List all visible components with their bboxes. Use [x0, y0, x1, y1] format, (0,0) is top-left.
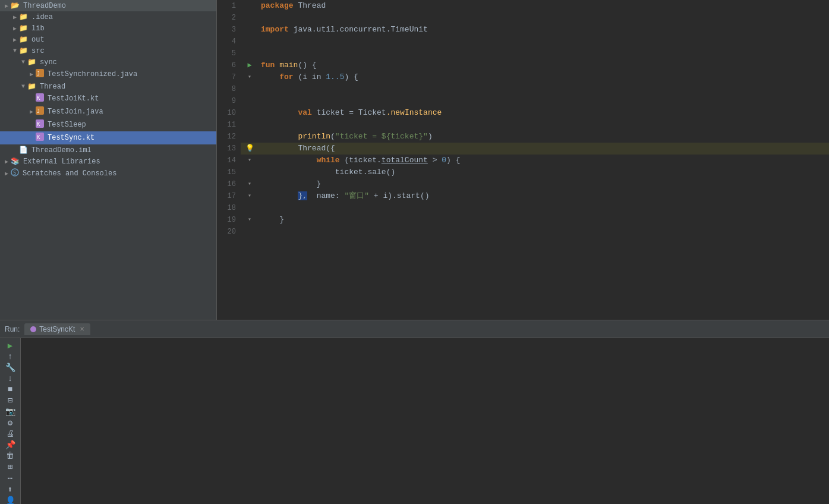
- tree-arrow-icon[interactable]: ▶: [2, 158, 11, 165]
- line-content: [259, 36, 829, 48]
- code-line-14: 14▾ while (ticket.totalCount > 0) {: [217, 155, 829, 166]
- tree-item-label: TestSync.kt: [48, 134, 94, 142]
- run-panel: Run: TestSyncKt ✕ ▶↑🔧↓■⊟📷⚙🖨📌🗑⊞⋯⬆👤★: [0, 320, 829, 504]
- code-line-7: 7▾ for (i in 1..5) {: [217, 71, 829, 83]
- line-number: 8: [217, 83, 241, 95]
- library-icon: 📚: [11, 157, 20, 166]
- sidebar-item-thread-folder[interactable]: ▼📁Thread: [0, 81, 216, 92]
- svg-text:K: K: [37, 121, 40, 127]
- line-gutter: [241, 107, 259, 119]
- folder-icon: 📁: [19, 24, 28, 33]
- tree-arrow-icon[interactable]: ▶: [27, 71, 36, 78]
- run-label: Run:: [5, 325, 20, 333]
- line-number: 1: [217, 0, 241, 12]
- sidebar-item-sync[interactable]: ▼📁sync: [0, 56, 216, 68]
- kt-file-icon: K: [36, 133, 44, 143]
- fold-arrow-icon[interactable]: ▾: [248, 214, 251, 226]
- code-line-9: 9: [217, 95, 829, 107]
- tree-arrow-icon[interactable]: ▶: [2, 2, 11, 10]
- tree-arrow-icon[interactable]: ▶: [11, 25, 19, 32]
- line-gutter: ▾: [241, 71, 259, 83]
- run-button[interactable]: ▶: [2, 341, 18, 351]
- line-content: ticket.sale(): [259, 166, 829, 178]
- code-line-2: 2: [217, 12, 829, 24]
- line-gutter: [241, 0, 259, 12]
- line-content: [259, 119, 829, 131]
- svg-text:K: K: [37, 134, 40, 140]
- tree-arrow-icon[interactable]: ▶: [27, 108, 36, 115]
- line-content: while (ticket.totalCount > 0) {: [259, 155, 829, 166]
- trash-button[interactable]: 🗑: [2, 451, 18, 461]
- user-button[interactable]: 👤: [2, 496, 18, 504]
- line-number: 5: [217, 48, 241, 59]
- sidebar-item-externalLibraries[interactable]: ▶📚External Libraries: [0, 156, 216, 167]
- sidebar-item-threadDemoIml[interactable]: 📄ThreadDemo.iml: [0, 144, 216, 156]
- layout-button[interactable]: ⊟: [2, 395, 18, 405]
- code-line-16: 16▾ }: [217, 178, 829, 190]
- main-area: ▶📂ThreadDemo▶📁.idea▶📁lib▶📁out▼📁src▼📁sync…: [0, 0, 829, 320]
- sidebar-item-lib[interactable]: ▶📁lib: [0, 23, 216, 34]
- sidebar-item-testSynchronized[interactable]: ▶JTestSynchronized.java: [0, 68, 216, 81]
- bulb-icon[interactable]: 💡: [245, 143, 254, 155]
- tree-arrow-icon[interactable]: ▼: [19, 83, 27, 90]
- folder-icon: 📁: [19, 46, 28, 55]
- sidebar-item-scratchesConsoles[interactable]: ▶SScratches and Consoles: [0, 167, 216, 180]
- tree-item-label: TestJoiKt.kt: [48, 94, 99, 103]
- fold-arrow-icon[interactable]: ▾: [248, 190, 251, 202]
- tree-arrow-icon[interactable]: ▶: [2, 170, 11, 177]
- tree-arrow-icon[interactable]: ▶: [11, 14, 19, 21]
- down-button[interactable]: ↓: [2, 374, 18, 383]
- sidebar-item-idea[interactable]: ▶📁.idea: [0, 11, 216, 23]
- code-line-1: 1package Thread: [217, 0, 829, 12]
- sidebar-item-threadDemo[interactable]: ▶📂ThreadDemo: [0, 0, 216, 11]
- fold-arrow-icon[interactable]: ▾: [248, 155, 251, 166]
- line-gutter: [241, 131, 259, 143]
- fold-arrow-icon[interactable]: ▾: [248, 71, 251, 83]
- code-line-15: 15 ticket.sale(): [217, 166, 829, 178]
- line-content: import java.util.concurrent.TimeUnit: [259, 24, 829, 36]
- tree-arrow-icon[interactable]: ▼: [19, 59, 27, 65]
- sidebar-item-testSleep[interactable]: KTestSleep: [0, 118, 216, 131]
- line-gutter: [241, 83, 259, 95]
- line-content: }: [259, 214, 829, 226]
- import-button[interactable]: ⬆: [2, 484, 18, 494]
- settings2-button[interactable]: ⋯: [2, 473, 18, 483]
- stop-button[interactable]: ■: [2, 385, 18, 394]
- camera-button[interactable]: 📷: [2, 407, 18, 417]
- tree-arrow-icon[interactable]: ▶: [11, 36, 19, 43]
- filter-button[interactable]: ⊞: [2, 462, 18, 472]
- close-tab-button[interactable]: ✕: [80, 326, 84, 332]
- line-content: [259, 95, 829, 107]
- line-gutter: [241, 12, 259, 24]
- run-tabs: Run: TestSyncKt ✕: [0, 320, 829, 338]
- run-tab[interactable]: TestSyncKt ✕: [24, 323, 90, 335]
- fold-arrow-icon[interactable]: ▾: [248, 178, 251, 190]
- cog-button[interactable]: ⚙: [2, 418, 18, 428]
- line-content: [259, 202, 829, 214]
- line-gutter: [241, 95, 259, 107]
- line-number: 14: [217, 155, 241, 166]
- run-toolbar: ▶↑🔧↓■⊟📷⚙🖨📌🗑⊞⋯⬆👤★: [0, 338, 21, 504]
- run-gutter-button[interactable]: ▶: [247, 59, 251, 71]
- pin-button[interactable]: 📌: [2, 440, 18, 450]
- code-line-17: 17▾ }, name: "窗口" + i).start(): [217, 190, 829, 202]
- up-button[interactable]: ↑: [2, 352, 18, 361]
- line-number: 9: [217, 95, 241, 107]
- java-file-icon: J: [36, 69, 44, 80]
- line-content: [259, 12, 829, 24]
- line-gutter: [241, 166, 259, 178]
- tree-arrow-icon[interactable]: ▼: [11, 48, 19, 54]
- print-button[interactable]: 🖨: [2, 429, 18, 439]
- sidebar-item-src[interactable]: ▼📁src: [0, 45, 216, 56]
- sidebar-item-out[interactable]: ▶📁out: [0, 34, 216, 45]
- sidebar-item-testSync[interactable]: KTestSync.kt: [0, 131, 216, 144]
- line-number: 19: [217, 214, 241, 226]
- line-number: 17: [217, 190, 241, 202]
- line-gutter: [241, 48, 259, 59]
- java-file-icon: J: [36, 106, 44, 117]
- tree-item-label: sync: [40, 58, 57, 67]
- sidebar-item-testJoiKt[interactable]: KTestJoiKt.kt: [0, 92, 216, 105]
- code-line-11: 11: [217, 119, 829, 131]
- settings-button[interactable]: 🔧: [2, 363, 18, 373]
- sidebar-item-testJoin[interactable]: ▶JTestJoin.java: [0, 105, 216, 118]
